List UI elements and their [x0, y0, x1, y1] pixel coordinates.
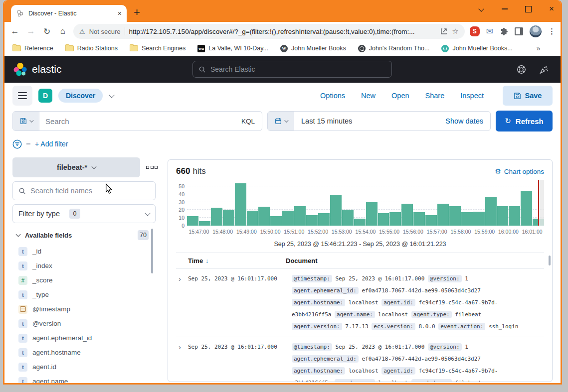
time-column-header[interactable]: Time↓	[188, 257, 286, 264]
query-search-input[interactable]: Search	[39, 117, 234, 126]
histogram-bar[interactable]	[342, 210, 354, 226]
field-item[interactable]: t_type	[12, 287, 160, 302]
field-item[interactable]: tagent.ephemeral_id	[12, 331, 160, 345]
forward-icon[interactable]: →	[25, 26, 36, 36]
global-search-input[interactable]: Search Elastic	[192, 61, 392, 78]
toolbar-link-new[interactable]: New	[361, 92, 376, 100]
document-column-header[interactable]: Document	[286, 257, 544, 264]
histogram-bar[interactable]	[401, 204, 413, 226]
histogram-bar[interactable]	[294, 206, 306, 226]
share-icon[interactable]	[440, 27, 448, 35]
toolbar-link-share[interactable]: Share	[425, 92, 445, 100]
extensions-puzzle-icon[interactable]	[500, 27, 508, 36]
minimize-button[interactable]	[501, 5, 509, 13]
new-tab-button[interactable]: +	[134, 7, 140, 18]
histogram-bar[interactable]	[461, 212, 473, 226]
field-item[interactable]: tagent.hostname	[12, 345, 160, 360]
bookmark-item[interactable]: WJohn Mueller Books	[280, 45, 346, 52]
sidebar-scrollbar[interactable]	[151, 229, 153, 273]
newsfeed-icon[interactable]	[539, 65, 549, 74]
bookmark-item[interactable]: Radio Stations	[65, 45, 118, 52]
extension-s-icon[interactable]: S	[470, 26, 480, 36]
histogram-bar[interactable]	[258, 207, 270, 226]
histogram-bar[interactable]	[521, 191, 532, 226]
histogram-bar[interactable]	[449, 206, 461, 226]
maximize-button[interactable]	[524, 5, 532, 13]
histogram-bar[interactable]	[223, 210, 234, 226]
bookmark-item[interactable]: John Mueller Books...	[441, 45, 512, 52]
help-icon[interactable]	[517, 65, 526, 74]
bookmark-item[interactable]: Search Engines	[130, 45, 186, 52]
security-label[interactable]: Not secure	[89, 28, 121, 35]
tab-search-icon[interactable]	[477, 5, 485, 13]
mail-extension-icon[interactable]: ✉	[486, 26, 493, 37]
breadcrumb-chevron-icon[interactable]	[109, 92, 114, 98]
histogram-bar[interactable]	[199, 221, 210, 226]
field-item[interactable]: t@version	[12, 316, 160, 331]
query-language-button[interactable]: KQL	[234, 118, 262, 125]
url-text[interactable]: http://172.105.7.150/app/discover#/?_g=(…	[129, 28, 436, 35]
side-panel-icon[interactable]	[515, 27, 523, 35]
histogram-bar[interactable]	[270, 216, 282, 226]
home-icon[interactable]: ⌂	[57, 26, 68, 36]
date-quick-menu-button[interactable]	[268, 112, 294, 131]
histogram-bar[interactable]	[413, 212, 425, 226]
histogram-bar[interactable]	[378, 213, 389, 226]
histogram-bar[interactable]	[354, 219, 366, 226]
toolbar-link-options[interactable]: Options	[320, 92, 345, 100]
expand-row-icon[interactable]: ›	[176, 341, 188, 382]
histogram-bar[interactable]	[437, 204, 449, 226]
field-item[interactable]: tagent.id	[12, 360, 160, 374]
histogram-bar[interactable]	[330, 195, 342, 226]
refresh-button[interactable]: ↻ Refresh	[496, 111, 553, 131]
chart-options-button[interactable]: ⚙ Chart options	[495, 168, 544, 175]
browser-menu-icon[interactable]: ⋮	[548, 27, 556, 36]
saved-query-menu-button[interactable]	[13, 112, 39, 131]
index-pattern-selector[interactable]: filebeat-*	[12, 157, 140, 177]
breadcrumb[interactable]: Discover	[58, 89, 103, 103]
bookmark-item[interactable]: wuLa Valle, WI 10-Day...	[197, 45, 268, 52]
histogram-bar[interactable]	[211, 208, 222, 226]
histogram-bar[interactable]	[235, 183, 246, 226]
close-button[interactable]: ×	[548, 5, 556, 13]
histogram-bar[interactable]	[485, 197, 497, 226]
filter-by-type-select[interactable]: Filter by type 0	[12, 204, 156, 223]
field-item[interactable]: t_id	[12, 244, 160, 259]
histogram-bar[interactable]	[425, 215, 437, 226]
reload-icon[interactable]: ↻	[41, 26, 52, 37]
field-item[interactable]: t_index	[12, 259, 160, 273]
field-search-input[interactable]: Search field names	[12, 181, 156, 200]
show-dates-button[interactable]: Show dates	[438, 117, 490, 125]
time-range-value[interactable]: Last 15 minutes	[294, 117, 438, 125]
browser-tab[interactable]: Discover - Elastic ×	[11, 5, 127, 22]
histogram-bar[interactable]	[389, 212, 401, 226]
bookmark-star-icon[interactable]: ☆	[452, 27, 458, 36]
chevron-down-icon[interactable]	[16, 232, 21, 237]
field-item[interactable]: tagent.name	[12, 374, 160, 385]
toolbar-link-inspect[interactable]: Inspect	[460, 92, 484, 100]
histogram-bar[interactable]	[497, 206, 509, 226]
save-button[interactable]: Save	[503, 86, 553, 106]
back-icon[interactable]: ←	[9, 26, 20, 36]
filter-circle-icon[interactable]	[12, 139, 22, 149]
bookmark-item[interactable]: Reference	[12, 45, 53, 52]
add-filter-button[interactable]: + Add filter	[35, 140, 68, 148]
expand-row-icon[interactable]: ›	[176, 273, 188, 333]
toolbar-link-open[interactable]: Open	[391, 92, 409, 100]
field-item[interactable]: @timestamp	[12, 302, 160, 316]
histogram-bar[interactable]	[187, 216, 198, 226]
table-scrollbar[interactable]	[549, 256, 551, 265]
histogram-bar[interactable]	[509, 206, 520, 226]
bookmarks-overflow-icon[interactable]: »	[537, 44, 541, 52]
menu-hamburger-icon[interactable]	[12, 86, 32, 106]
histogram-bar[interactable]	[366, 202, 378, 226]
histogram-bar[interactable]	[247, 211, 258, 226]
bookmark-item[interactable]: John's Random Tho...	[358, 45, 430, 52]
tab-close-icon[interactable]: ×	[118, 10, 122, 17]
field-item[interactable]: #_score	[12, 273, 160, 287]
histogram-bar[interactable]	[318, 213, 330, 226]
histogram-bar[interactable]	[473, 212, 485, 226]
histogram-bar[interactable]	[282, 211, 294, 226]
index-options-icon[interactable]	[146, 166, 158, 169]
profile-avatar[interactable]	[530, 25, 542, 37]
